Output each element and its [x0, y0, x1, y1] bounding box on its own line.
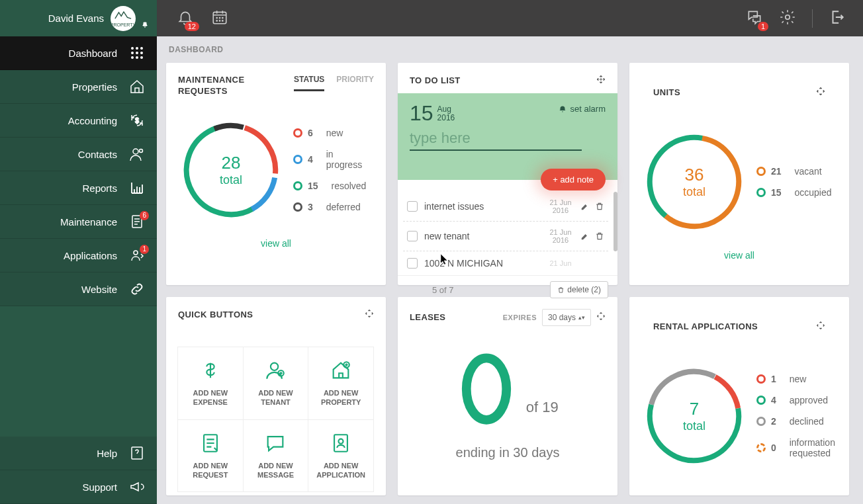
sidebar-bottom: Help Support: [0, 437, 157, 504]
move-icon[interactable]: [816, 321, 825, 333]
qb-add-application[interactable]: ADD NEWAPPLICATION: [308, 419, 374, 493]
topbar-user-area: David Evans PROPERTY: [0, 0, 157, 36]
svg-point-34: [339, 439, 343, 443]
delete-selected-button[interactable]: delete (2): [550, 281, 608, 298]
svg-point-14: [131, 56, 134, 59]
scrollbar[interactable]: [613, 192, 617, 251]
checkbox[interactable]: [407, 201, 418, 212]
nav-help[interactable]: Help: [0, 437, 157, 470]
nav-label: Dashboard: [69, 48, 117, 59]
expires-selector[interactable]: 30 days▴▾: [542, 309, 591, 326]
topbar-left-icons: 12: [157, 9, 228, 28]
main-content: DASHBOARD MAINTENANCE REQUESTS STATUS PR…: [157, 36, 863, 504]
pin-icon[interactable]: [141, 21, 149, 31]
svg-point-16: [140, 56, 143, 59]
tab-priority[interactable]: PRIORITY: [336, 75, 374, 91]
move-icon[interactable]: [596, 75, 606, 87]
tab-status[interactable]: STATUS: [294, 75, 324, 91]
svg-point-11: [131, 52, 134, 54]
chat-icon[interactable]: 1: [746, 9, 763, 28]
rental-total-label: total: [683, 419, 705, 433]
nav-maintenance[interactable]: Maintenance 6: [0, 205, 157, 239]
rental-legend: 1 new 4 approved 2 declined 0 informatio…: [756, 374, 837, 458]
quick-title: QUICK BUTTONS: [178, 310, 253, 321]
nav-dashboard[interactable]: Dashboard: [0, 36, 157, 70]
qb-add-request[interactable]: ADD NEWREQUEST: [177, 419, 244, 493]
nav-support[interactable]: Support: [0, 470, 157, 504]
svg-point-10: [140, 47, 143, 50]
notif-badge: 12: [185, 22, 199, 31]
nav-label: Maintenance: [60, 216, 117, 228]
nav-accounting[interactable]: Accounting $: [0, 104, 157, 138]
note-input[interactable]: [410, 127, 582, 151]
person-arrow-icon: 1: [129, 247, 145, 263]
logout-icon[interactable]: [829, 9, 846, 28]
topbar: David Evans PROPERTY 12 1: [0, 0, 863, 36]
note-add-panel: 15 Aug 2016 set alarm + add note: [398, 93, 617, 180]
maintenance-donut: 28 total: [178, 117, 284, 223]
todo-counter: 5 of 7: [432, 285, 454, 295]
svg-point-9: [136, 47, 138, 50]
svg-point-21: [134, 251, 138, 255]
trash-icon[interactable]: [595, 231, 604, 241]
qb-add-message[interactable]: ADD NEWMESSAGE: [243, 419, 309, 493]
nav-website[interactable]: Website: [0, 273, 157, 306]
units-card: UNITS 36 total 21 vacant 15 occupied: [629, 63, 849, 285]
svg-point-13: [140, 52, 143, 54]
edit-icon[interactable]: [580, 231, 590, 241]
qb-add-property[interactable]: ADD NEWPROPERTY: [308, 347, 374, 420]
rental-title: RENTAL APPLICATIONS: [653, 321, 758, 333]
svg-point-1: [216, 17, 217, 18]
quick-buttons-card: QUICK BUTTONS ADD NEWEXPENSE ADD NEWTENA…: [166, 297, 386, 495]
nav-applications[interactable]: Applications 1: [0, 239, 157, 273]
nav-label: Reports: [82, 183, 117, 194]
set-alarm-button[interactable]: set alarm: [559, 104, 606, 114]
checkbox[interactable]: [407, 231, 418, 241]
logo[interactable]: PROPERTY: [111, 6, 136, 31]
maintenance-total: 28: [222, 153, 241, 173]
nav-label: Website: [81, 284, 117, 295]
svg-point-2: [219, 17, 220, 18]
person-icon: [129, 146, 145, 162]
svg-point-3: [222, 17, 223, 18]
calendar-icon[interactable]: [211, 9, 228, 28]
user-name: David Evans: [48, 13, 104, 24]
edit-icon[interactable]: [580, 202, 590, 211]
rental-total: 7: [690, 399, 699, 419]
expires-label: EXPIRES: [503, 314, 537, 321]
help-icon: [129, 445, 145, 461]
nav-label: Support: [82, 482, 117, 493]
megaphone-icon: [129, 479, 145, 495]
trash-icon[interactable]: [595, 202, 604, 211]
move-icon[interactable]: [365, 309, 374, 321]
qb-add-expense[interactable]: ADD NEWEXPENSE: [177, 347, 244, 420]
maintenance-title: MAINTENANCE REQUESTS: [178, 75, 257, 97]
maintenance-card: MAINTENANCE REQUESTS STATUS PRIORITY 28: [166, 63, 386, 285]
maintenance-legend: 6 new 4 in progress 15 resolved 3 deferr…: [293, 128, 366, 212]
svg-point-15: [136, 56, 138, 59]
units-donut: 36 total: [641, 129, 747, 235]
nav-label: Properties: [72, 81, 117, 93]
house-icon: [129, 79, 145, 95]
svg-point-6: [222, 20, 223, 21]
sidebar: Dashboard Properties Accounting $ Contac…: [0, 36, 157, 504]
notification-icon[interactable]: 12: [177, 9, 194, 28]
todo-title: TO DO LIST: [410, 75, 461, 87]
leases-ending: ending in 30 days: [410, 445, 606, 460]
nav-badge: 6: [140, 211, 149, 220]
maintenance-total-label: total: [220, 173, 242, 187]
maintenance-view-all[interactable]: view all: [261, 238, 291, 249]
nav-label: Accounting: [68, 115, 117, 126]
checkbox[interactable]: [407, 258, 418, 269]
move-icon[interactable]: [816, 87, 825, 99]
move-icon[interactable]: [596, 312, 606, 323]
qb-add-tenant[interactable]: ADD NEWTENANT: [243, 347, 309, 420]
nav-contacts[interactable]: Contacts: [0, 138, 157, 171]
note-day: 15: [410, 101, 433, 126]
nav-properties[interactable]: Properties: [0, 70, 157, 104]
settings-icon[interactable]: [779, 9, 796, 28]
nav-label: Help: [97, 448, 117, 459]
units-view-all[interactable]: view all: [724, 250, 754, 261]
svg-point-5: [219, 20, 220, 21]
nav-reports[interactable]: Reports: [0, 171, 157, 205]
